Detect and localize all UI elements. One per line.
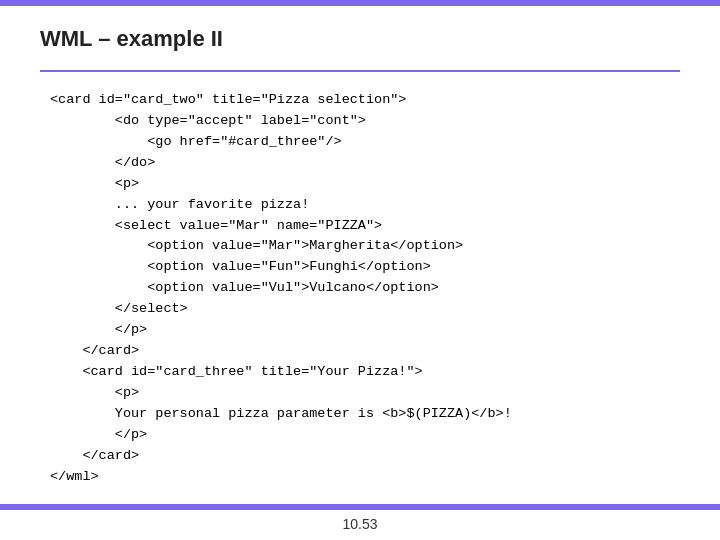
bottom-bar [0, 504, 720, 510]
page-title: WML – example II [40, 26, 680, 52]
content-area: WML – example II <card id="card_two" tit… [0, 6, 720, 498]
code-block: <card id="card_two" title="Pizza selecti… [40, 90, 680, 488]
title-divider [40, 70, 680, 72]
page-number: 10.53 [0, 516, 720, 532]
